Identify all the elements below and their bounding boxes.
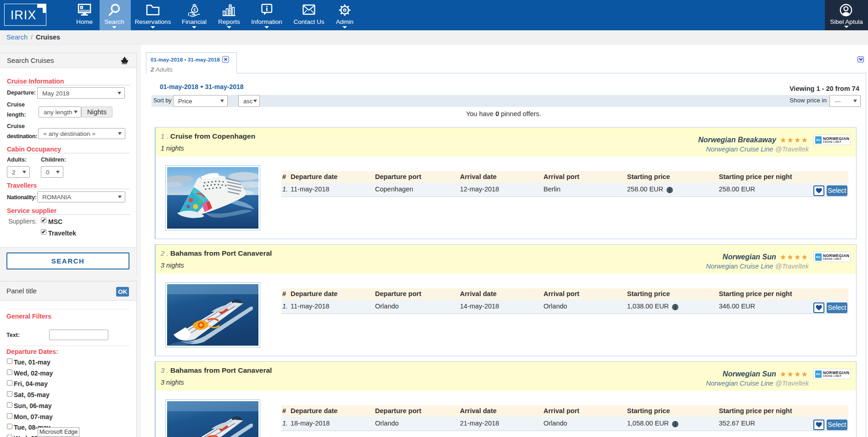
- svg-text:€: €: [193, 7, 196, 12]
